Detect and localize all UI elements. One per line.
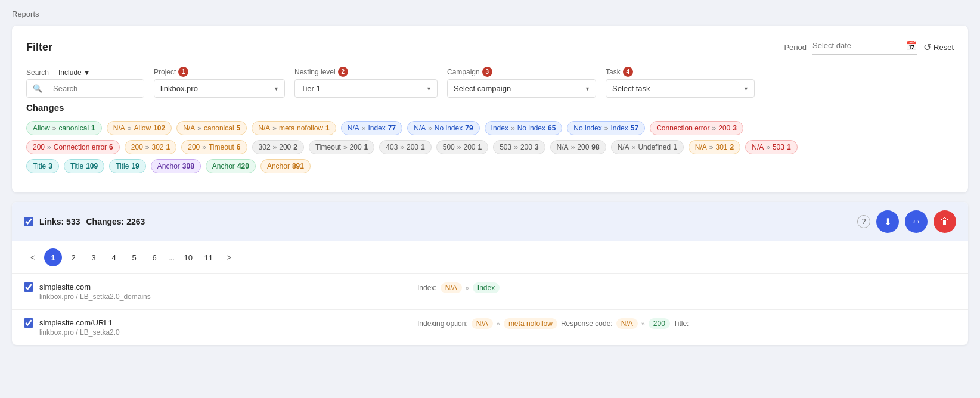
change-tag[interactable]: 302 » 200 2 xyxy=(252,140,304,154)
change-tag[interactable]: 403 » 200 1 xyxy=(379,140,431,154)
links-count: Links: 533 xyxy=(39,217,80,226)
change-line-2a: Indexing option: N/A » meta nofollow Res… xyxy=(417,318,956,329)
change-tag[interactable]: 500 » 200 1 xyxy=(436,140,488,154)
change-tag[interactable]: Allow » canonical 1 xyxy=(26,121,102,135)
change-tag[interactable]: N/A » Undefined 1 xyxy=(611,140,684,154)
change-tag[interactable]: 200 » 302 1 xyxy=(125,140,176,154)
page-button-4[interactable]: 4 xyxy=(105,248,123,266)
include-arrow: ▼ xyxy=(83,69,91,77)
project-label-group: Project 1 xyxy=(154,67,285,77)
change-tag[interactable]: N/A » canonical 5 xyxy=(176,121,247,135)
page-button-6[interactable]: 6 xyxy=(145,248,163,266)
page-button-2[interactable]: 2 xyxy=(64,248,82,266)
date-input[interactable] xyxy=(812,41,902,50)
breadcrumb: Reports xyxy=(12,10,968,18)
delete-button[interactable]: 🗑 xyxy=(934,210,956,233)
row-checkbox-2[interactable] xyxy=(24,318,33,328)
from-tag-2: N/A xyxy=(472,318,493,329)
campaign-label: Campaign xyxy=(447,68,480,76)
results-header-right: ? ⬇ ↔ 🗑 xyxy=(857,210,956,233)
change-tag[interactable]: N/A » 503 1 xyxy=(745,140,797,154)
nesting-badge: 2 xyxy=(338,67,348,77)
url-info-1: simplesite.com linkbox.pro / LB_setka2.0… xyxy=(39,282,151,301)
change-tag[interactable]: N/A » Allow 102 xyxy=(107,121,172,135)
reset-label: Reset xyxy=(934,43,954,52)
next-page-button[interactable]: > xyxy=(220,248,238,266)
change-tag[interactable]: Anchor 420 xyxy=(206,159,256,173)
results-header: Links: 533 Changes: 2263 ? ⬇ ↔ 🗑 xyxy=(12,202,968,241)
to-tag-2b: 200 xyxy=(649,318,670,329)
prev-page-button[interactable]: < xyxy=(24,248,42,266)
url-sub-1: linkbox.pro / LB_setka2.0_domains xyxy=(39,293,151,301)
change-tag[interactable]: N/A » 301 2 xyxy=(689,140,740,154)
page-button-11[interactable]: 11 xyxy=(200,248,218,266)
calendar-icon[interactable]: 📅 xyxy=(905,40,917,51)
change-tag[interactable]: 200 » Timeout 6 xyxy=(181,140,247,154)
change-tag[interactable]: 200 » Connection error 6 xyxy=(26,140,120,154)
result-row-2: simplesite.com/URL1 linkbox.pro / LB_set… xyxy=(12,309,968,345)
page-button-1[interactable]: 1 xyxy=(44,248,62,266)
change-tag[interactable]: Connection error » 200 3 xyxy=(650,121,743,135)
change-tag[interactable]: N/A » No index 79 xyxy=(407,121,479,135)
change-tag[interactable]: Anchor 308 xyxy=(151,159,201,173)
result-row-right-1: Index: N/A » Index xyxy=(405,274,968,309)
search-label-row: Search Include ▼ xyxy=(26,69,144,77)
url-main-1: simplesite.com xyxy=(39,282,151,291)
nesting-label-group: Nesting level 2 xyxy=(294,67,438,77)
filter-title: Filter xyxy=(26,41,52,54)
arrow-1: » xyxy=(466,284,469,291)
change-tag[interactable]: Anchor 891 xyxy=(260,159,311,173)
page-button-10[interactable]: 10 xyxy=(179,248,197,266)
search-icon: 🔍 xyxy=(33,84,42,93)
project-select[interactable]: linkbox.pro xyxy=(154,79,285,98)
url-info-2: simplesite.com/URL1 linkbox.pro / LB_set… xyxy=(39,318,120,337)
change-tag[interactable]: Title 109 xyxy=(64,159,104,173)
change-tag[interactable]: N/A » 200 98 xyxy=(550,140,606,154)
campaign-select[interactable]: Select campaign xyxy=(447,79,596,98)
search-controls: 🔍 xyxy=(26,79,144,98)
project-field: Project 1 linkbox.pro xyxy=(154,67,285,98)
period-label: Period xyxy=(784,43,807,52)
nesting-select[interactable]: Tier 1 xyxy=(294,79,438,98)
select-all-checkbox[interactable] xyxy=(24,217,33,226)
changes-section: Changes Allow » canonical 1N/A » Allow 1… xyxy=(26,102,954,173)
page-button-3[interactable]: 3 xyxy=(85,248,103,266)
search-input[interactable] xyxy=(48,80,144,97)
link-button[interactable]: ↔ xyxy=(905,210,928,233)
task-select[interactable]: Select task xyxy=(606,79,755,98)
change-tag[interactable]: N/A » meta nofollow 1 xyxy=(252,121,336,135)
change-tag[interactable]: No index » Index 57 xyxy=(567,121,645,135)
project-select-wrapper: linkbox.pro xyxy=(154,79,285,98)
nesting-field: Nesting level 2 Tier 1 xyxy=(294,67,438,98)
change-tag[interactable]: Timeout » 200 1 xyxy=(309,140,374,154)
task-select-wrapper: Select task xyxy=(606,79,755,98)
filter-card: Filter Period 📅 ↺ Reset Search xyxy=(12,26,968,192)
title-label-2: Title: xyxy=(674,319,689,328)
download-button[interactable]: ⬇ xyxy=(876,210,899,233)
period-section: Period 📅 ↺ Reset xyxy=(784,40,954,55)
change-tag[interactable]: Title 3 xyxy=(26,159,59,173)
change-tag[interactable]: 503 » 200 3 xyxy=(493,140,545,154)
arrow-2b: » xyxy=(641,320,645,327)
include-toggle-button[interactable]: Include ▼ xyxy=(52,69,97,77)
response-code-label: Response code: xyxy=(561,319,613,328)
help-button[interactable]: ? xyxy=(857,215,870,228)
link-icon: ↔ xyxy=(911,216,922,228)
tags-row-3: Title 3Title 109Title 19Anchor 308Anchor… xyxy=(26,159,954,173)
page-button-5[interactable]: 5 xyxy=(125,248,143,266)
reset-button[interactable]: ↺ Reset xyxy=(923,42,954,53)
change-tag[interactable]: Index » No index 65 xyxy=(485,121,563,135)
from-tag-1: N/A xyxy=(441,282,462,293)
change-tag[interactable]: Title 19 xyxy=(109,159,146,173)
campaign-label-group: Campaign 3 xyxy=(447,67,596,77)
changes-count: Changes: 2263 xyxy=(86,217,145,226)
pagination-dots: ... xyxy=(166,253,177,262)
campaign-select-wrapper: Select campaign xyxy=(447,79,596,98)
row-checkbox-1[interactable] xyxy=(24,282,33,292)
project-badge: 1 xyxy=(178,67,188,77)
results-header-left: Links: 533 Changes: 2263 xyxy=(24,217,145,226)
tags-row-1: Allow » canonical 1N/A » Allow 102N/A » … xyxy=(26,121,954,135)
task-field: Task 4 Select task xyxy=(606,67,755,98)
change-tag[interactable]: N/A » Index 77 xyxy=(341,121,402,135)
indexing-option-label: Indexing option: xyxy=(417,319,468,328)
